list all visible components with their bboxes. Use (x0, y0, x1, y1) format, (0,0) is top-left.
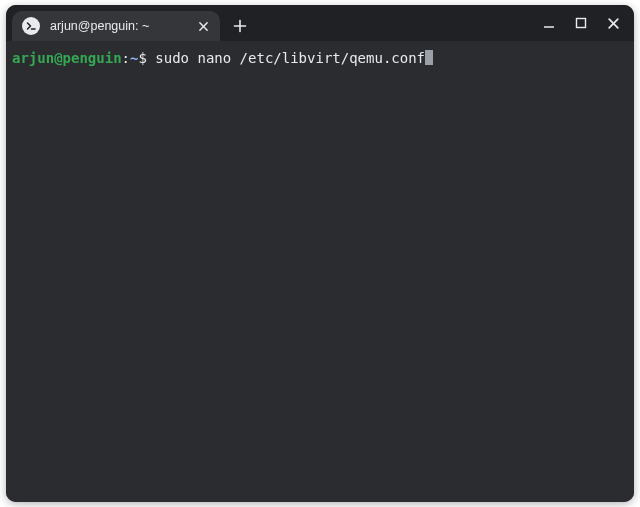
window-controls (534, 5, 628, 41)
terminal-icon (22, 17, 40, 35)
cursor (425, 50, 433, 65)
tab-title: arjun@penguin: ~ (50, 19, 194, 33)
titlebar: arjun@penguin: ~ (6, 5, 634, 41)
minimize-button[interactable] (534, 8, 564, 38)
terminal-window: arjun@penguin: ~ (6, 5, 634, 502)
command-text: sudo nano /etc/libvirt/qemu.conf (155, 50, 425, 66)
close-window-button[interactable] (598, 8, 628, 38)
svg-rect-6 (577, 19, 586, 28)
prompt-symbol: $ (138, 50, 146, 66)
maximize-button[interactable] (566, 8, 596, 38)
close-tab-icon[interactable] (194, 17, 212, 35)
tab-active[interactable]: arjun@penguin: ~ (12, 11, 220, 41)
new-tab-button[interactable] (226, 11, 254, 41)
terminal-body[interactable]: arjun@penguin:~$ sudo nano /etc/libvirt/… (6, 41, 634, 502)
prompt-user-host: arjun@penguin (12, 50, 122, 66)
prompt-separator: : (122, 50, 130, 66)
